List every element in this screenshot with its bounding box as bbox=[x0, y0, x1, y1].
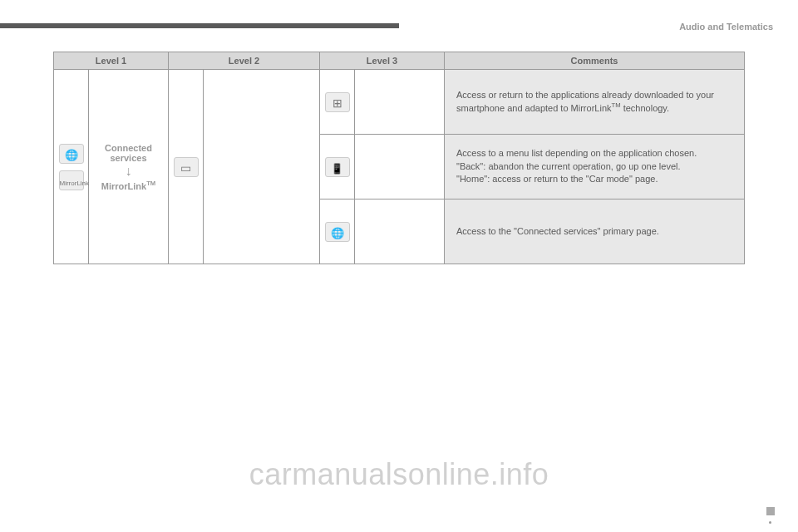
page-corner-mark bbox=[766, 507, 775, 515]
comment-cell: Access to the "Connected services" prima… bbox=[445, 200, 745, 264]
page-dot bbox=[769, 521, 771, 524]
comment-cell: Access to a menu list depending on the a… bbox=[445, 135, 745, 200]
level3-label-cell bbox=[355, 70, 445, 135]
top-bar bbox=[0, 23, 399, 28]
level2-label-cell bbox=[204, 70, 320, 264]
col-level2: Level 2 bbox=[169, 52, 320, 70]
table-row: MirrorLink Connected services ↓ MirrorLi… bbox=[54, 70, 745, 135]
table-header-row: Level 1 Level 2 Level 3 Comments bbox=[54, 52, 745, 70]
level2-icon-cell bbox=[169, 70, 204, 264]
apps-icon bbox=[325, 92, 350, 112]
level1-icon-cell: MirrorLink bbox=[54, 70, 89, 264]
col-comments: Comments bbox=[445, 52, 745, 70]
level1-label-cell: Connected services ↓ MirrorLinkTM bbox=[89, 70, 169, 264]
col-level3: Level 3 bbox=[320, 52, 445, 70]
watermark: carmanualsonline.info bbox=[249, 457, 549, 492]
col-level1: Level 1 bbox=[54, 52, 169, 70]
globe-icon bbox=[59, 144, 84, 164]
phone-icon bbox=[325, 157, 350, 177]
tablet-icon bbox=[174, 157, 199, 177]
connected-services-label: Connected services bbox=[92, 143, 165, 163]
comment-cell: Access or return to the applications alr… bbox=[445, 70, 745, 135]
level3-icon-cell bbox=[320, 200, 355, 264]
mirrorlink-label: MirrorLinkTM bbox=[101, 180, 156, 191]
arrow-down-icon: ↓ bbox=[126, 165, 132, 178]
level3-label-cell bbox=[355, 200, 445, 264]
section-header: Audio and Telematics bbox=[679, 22, 773, 32]
mirrorlink-icon: MirrorLink bbox=[59, 170, 84, 190]
globe-icon bbox=[325, 222, 350, 242]
level3-icon-cell bbox=[320, 70, 355, 135]
level3-icon-cell bbox=[320, 135, 355, 200]
level3-label-cell bbox=[355, 135, 445, 200]
menu-table: Level 1 Level 2 Level 3 Comments MirrorL… bbox=[53, 52, 745, 264]
